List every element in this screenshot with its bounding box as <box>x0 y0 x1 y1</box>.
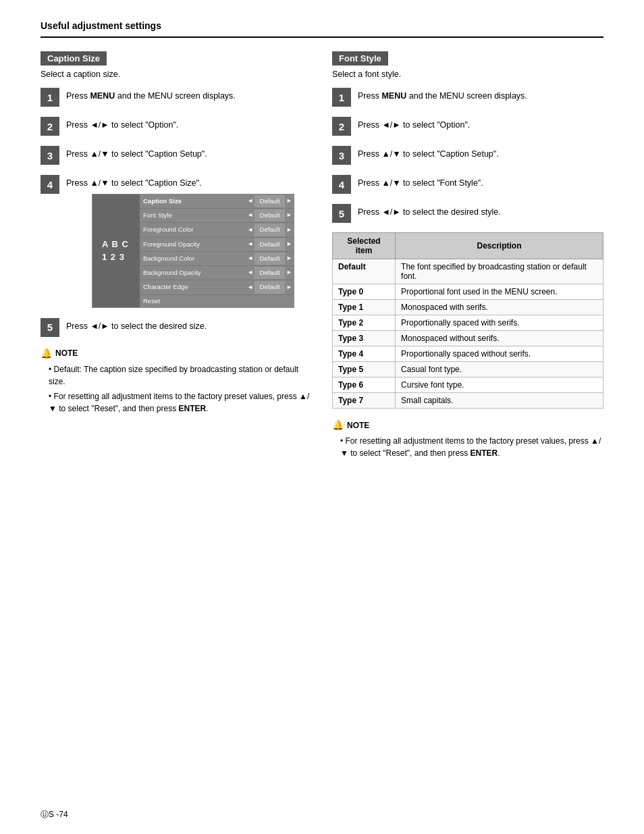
font-step-text-4: Press ▲/▼ to select "Font Style". <box>358 174 483 190</box>
menu-row-value: Default <box>254 209 285 221</box>
table-cell-desc: Small capitals. <box>396 393 603 409</box>
font-step-num-5: 5 <box>332 204 351 223</box>
font-note-bullet-1: • For resetting all adjustment items to … <box>340 435 603 459</box>
font-step-3: 3 Press ▲/▼ to select "Caption Setup". <box>332 145 603 165</box>
table-cell-item: Type 4 <box>333 346 396 362</box>
menu-row-value: Default <box>254 267 285 279</box>
table-row: Type 5 Casual font type. <box>333 362 603 377</box>
menu-row-font-style: Font Style ◄ Default ► <box>140 209 294 223</box>
arrow-left: ◄ <box>246 226 254 235</box>
table-row: Type 7 Small capitals. <box>333 393 603 409</box>
table-row: Type 3 Monospaced without serifs. <box>333 331 603 346</box>
caption-step-5: 5 Press ◄/► to select the desired size. <box>41 317 312 337</box>
table-cell-item: Type 6 <box>333 377 396 393</box>
caption-size-header: Caption Size <box>41 51 107 66</box>
step-num-2: 2 <box>41 117 59 136</box>
font-step-num-3: 3 <box>332 146 351 165</box>
font-style-table: Selected item Description Default The fo… <box>332 232 603 409</box>
menu-row-value: Default <box>254 195 285 207</box>
font-step-text-5: Press ◄/► to select the desired style. <box>358 203 501 219</box>
font-step-num-2: 2 <box>332 117 351 136</box>
table-cell-item: Default <box>333 259 396 284</box>
table-cell-desc: The font specified by broadcasting stati… <box>396 259 603 284</box>
menu-left-panel: A B C 1 2 3 <box>92 194 140 307</box>
step-text-4: Press ▲/▼ to select "Caption Size". A B … <box>66 174 294 308</box>
table-row: Type 4 Proportionally spaced without ser… <box>333 346 603 362</box>
menu-row-reset: Reset <box>140 295 294 307</box>
arrow-right: ► <box>285 240 294 249</box>
note-header: 🔔 NOTE <box>41 346 312 361</box>
table-cell-desc: Cursive font type. <box>396 377 603 393</box>
menu-row-label: Foreground Color <box>140 223 246 236</box>
table-header-item: Selected item <box>333 233 396 259</box>
table-cell-item: Type 0 <box>333 284 396 300</box>
table-cell-item: Type 1 <box>333 300 396 315</box>
caption-step-1: 1 Press MENU and the MENU screen display… <box>41 87 312 107</box>
arrow-left: ◄ <box>246 268 254 278</box>
caption-step-3: 3 Press ▲/▼ to select "Caption Setup". <box>41 145 312 165</box>
arrow-left: ◄ <box>246 240 254 249</box>
table-row: Type 6 Cursive font type. <box>333 377 603 393</box>
menu-right-panel: Caption Size ◄ Default ► Font Style ◄ De… <box>140 194 294 307</box>
table-cell-desc: Casual font type. <box>396 362 603 377</box>
menu-row-caption-size: Caption Size ◄ Default ► <box>140 194 294 209</box>
font-step-2: 2 Press ◄/► to select "Option". <box>332 116 603 136</box>
table-cell-item: Type 2 <box>333 315 396 331</box>
note-label: NOTE <box>347 419 369 432</box>
table-cell-desc: Proportional font used in the MENU scree… <box>396 284 603 300</box>
arrow-right: ► <box>285 283 294 292</box>
font-style-section: Font Style Select a font style. 1 Press … <box>332 51 603 462</box>
table-row: Type 1 Monospaced with serifs. <box>333 300 603 315</box>
font-style-header: Font Style <box>332 51 388 66</box>
table-cell-desc: Proportionally spaced with serifs. <box>396 315 603 331</box>
font-style-subtitle: Select a font style. <box>332 70 603 79</box>
arrow-left: ◄ <box>246 283 254 292</box>
step-num-1: 1 <box>41 88 59 107</box>
table-cell-item: Type 7 <box>333 393 396 409</box>
menu-row-label: Font Style <box>140 209 246 222</box>
step-text-1: Press MENU and the MENU screen displays. <box>66 87 236 103</box>
divider <box>41 36 603 38</box>
font-note: 🔔 NOTE • For resetting all adjustment it… <box>332 418 603 459</box>
menu-row-fg-color: Foreground Color ◄ Default ► <box>140 223 294 237</box>
arrow-right: ► <box>285 254 294 263</box>
font-step-num-4: 4 <box>332 175 351 194</box>
caption-step-4: 4 Press ▲/▼ to select "Caption Size". A … <box>41 174 312 308</box>
step-num-4: 4 <box>41 175 59 194</box>
font-step-text-1: Press MENU and the MENU screen displays. <box>358 87 527 103</box>
menu-label-123: 1 2 3 <box>102 251 130 264</box>
menu-row-label: Caption Size <box>140 194 246 208</box>
table-cell-desc: Monospaced with serifs. <box>396 300 603 315</box>
menu-row-label: Background Color <box>140 252 246 265</box>
table-cell-desc: Monospaced without serifs. <box>396 331 603 346</box>
arrow-left: ◄ <box>246 254 254 263</box>
menu-row-value: Default <box>254 238 285 251</box>
menu-row-fg-opacity: Foreground Opacity ◄ Default ► <box>140 238 294 252</box>
table-row: Default The font specified by broadcasti… <box>333 259 603 284</box>
caption-note: 🔔 NOTE • Default: The caption size speci… <box>41 346 312 415</box>
step-num-3: 3 <box>41 146 59 165</box>
table-cell-item: Type 5 <box>333 362 396 377</box>
page-footer: ⓊS -74 <box>41 809 68 820</box>
arrow-right: ► <box>285 211 294 220</box>
menu-row-label: Foreground Opacity <box>140 238 246 251</box>
font-step-5: 5 Press ◄/► to select the desired style. <box>332 203 603 223</box>
table-cell-item: Type 3 <box>333 331 396 346</box>
step-text-2: Press ◄/► to select "Option". <box>66 116 178 132</box>
menu-row-label: Background Opacity <box>140 266 246 280</box>
menu-row-bg-opacity: Background Opacity ◄ Default ► <box>140 266 294 280</box>
font-step-4: 4 Press ▲/▼ to select "Font Style". <box>332 174 603 194</box>
arrow-right: ► <box>285 226 294 235</box>
menu-row-value: Default <box>254 224 285 236</box>
menu-row-char-edge: Character Edge ◄ Default ► <box>140 280 294 294</box>
table-row: Type 0 Proportional font used in the MEN… <box>333 284 603 300</box>
table-header-desc: Description <box>396 233 603 259</box>
arrow-left: ◄ <box>246 211 254 220</box>
note-bullet-2: • For resetting all adjustment items to … <box>49 390 312 415</box>
page-title: Useful adjustment settings <box>41 20 603 31</box>
menu-row-bg-color: Background Color ◄ Default ► <box>140 252 294 266</box>
caption-step-2: 2 Press ◄/► to select "Option". <box>41 116 312 136</box>
note-icon: 🔔 <box>332 418 344 432</box>
note-label: NOTE <box>55 347 78 359</box>
note-icon: 🔔 <box>41 346 52 361</box>
